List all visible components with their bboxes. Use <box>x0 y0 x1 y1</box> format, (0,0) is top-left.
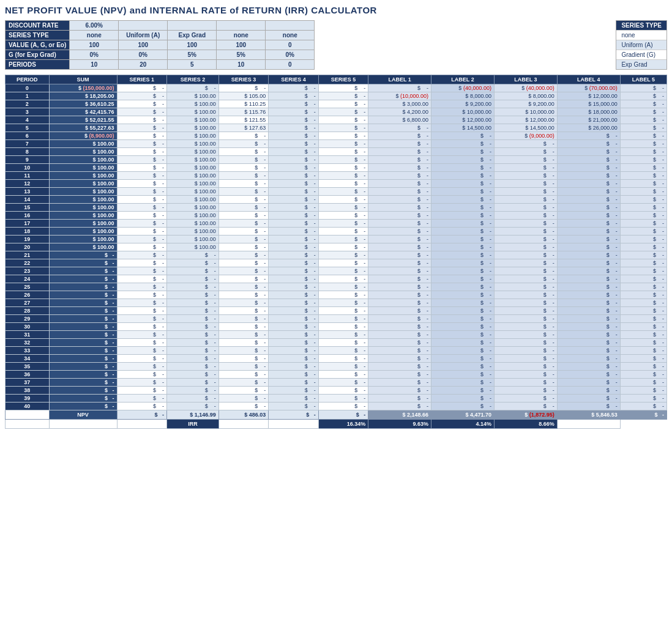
table-cell[interactable]: $ - <box>269 228 318 236</box>
table-cell[interactable]: $ - <box>218 387 268 395</box>
table-cell[interactable]: $ - <box>269 132 318 140</box>
table-cell[interactable]: $ 100.00 <box>167 124 219 132</box>
table-cell[interactable]: $ - <box>368 172 431 180</box>
table-cell[interactable]: $ - <box>620 331 666 339</box>
table-cell[interactable]: $ - <box>318 164 368 172</box>
table-cell[interactable]: $ - <box>494 180 557 188</box>
table-cell[interactable]: $ - <box>269 371 318 379</box>
table-cell[interactable]: $ - <box>117 283 166 291</box>
table-cell[interactable]: $ - <box>117 236 166 243</box>
table-cell[interactable]: $ - <box>218 172 268 180</box>
table-cell[interactable]: $ - <box>318 116 368 124</box>
table-cell[interactable]: $ 100.00 <box>167 172 219 180</box>
table-cell[interactable]: $ - <box>494 267 557 275</box>
table-cell[interactable]: $ - <box>269 347 318 355</box>
table-cell[interactable]: $ - <box>494 196 557 204</box>
table-cell[interactable]: $ - <box>368 188 431 196</box>
param-val-series2[interactable]: Exp Grad <box>168 31 217 40</box>
table-cell[interactable]: $ - <box>368 363 431 371</box>
sum-cell[interactable]: $ 100.00 <box>49 172 117 180</box>
param-val-discount[interactable]: 6.00% <box>70 21 119 31</box>
table-cell[interactable]: $ - <box>167 331 219 339</box>
table-cell[interactable]: $ - <box>269 156 318 164</box>
table-cell[interactable]: $ 9,200.00 <box>494 100 557 108</box>
table-cell[interactable]: $ - <box>117 140 166 148</box>
table-cell[interactable]: $ - <box>269 140 318 148</box>
npv-value-5[interactable]: $ 2,148.66 <box>368 410 431 420</box>
table-cell[interactable]: $ - <box>557 331 620 339</box>
table-cell[interactable]: $ - <box>218 243 268 251</box>
sum-cell[interactable]: $ 100.00 <box>49 188 117 196</box>
table-cell[interactable]: $ - <box>368 243 431 251</box>
table-cell[interactable]: $ - <box>368 180 431 188</box>
table-cell[interactable]: $ - <box>318 243 368 251</box>
table-cell[interactable]: $ - <box>368 84 431 92</box>
table-cell[interactable]: $ - <box>494 164 557 172</box>
table-cell[interactable]: $ - <box>117 379 166 387</box>
table-cell[interactable]: $ - <box>494 363 557 371</box>
table-cell[interactable]: $ - <box>218 339 268 347</box>
table-cell[interactable]: $ 100.00 <box>167 228 219 236</box>
table-cell[interactable]: $ 100.00 <box>167 140 219 148</box>
table-cell[interactable]: $ - <box>494 307 557 315</box>
sum-cell[interactable]: $ 100.00 <box>49 156 117 164</box>
table-cell[interactable]: $ - <box>431 251 495 259</box>
table-cell[interactable]: $ - <box>318 291 368 299</box>
table-cell[interactable]: $ - <box>620 363 666 371</box>
table-cell[interactable]: $ - <box>318 220 368 228</box>
table-cell[interactable]: $ - <box>620 124 666 132</box>
table-cell[interactable]: $ - <box>167 84 219 92</box>
table-cell[interactable]: $ - <box>620 403 666 410</box>
table-cell[interactable]: $ - <box>318 403 368 410</box>
table-cell[interactable]: $ - <box>557 315 620 323</box>
table-cell[interactable]: $ - <box>368 164 431 172</box>
table-cell[interactable]: $ - <box>218 315 268 323</box>
table-cell[interactable]: $ - <box>269 339 318 347</box>
table-cell[interactable]: $ 14,500.00 <box>431 124 495 132</box>
table-cell[interactable]: $ - <box>117 124 166 132</box>
sum-cell[interactable]: $ - <box>49 251 117 259</box>
table-cell[interactable]: $ 12,000.00 <box>494 116 557 124</box>
table-cell[interactable]: $ - <box>167 251 219 259</box>
table-cell[interactable]: $ - <box>620 339 666 347</box>
table-cell[interactable]: $ - <box>431 371 495 379</box>
table-cell[interactable]: $ - <box>218 132 268 140</box>
sum-cell[interactable]: $ - <box>49 371 117 379</box>
table-cell[interactable]: $ - <box>494 403 557 410</box>
param-val-p2[interactable]: 5 <box>168 60 217 70</box>
table-cell[interactable]: $ - <box>431 259 495 267</box>
table-cell[interactable]: $ - <box>218 371 268 379</box>
table-cell[interactable]: $ - <box>269 164 318 172</box>
table-cell[interactable]: $ 100.00 <box>167 132 219 140</box>
table-cell[interactable]: $ - <box>368 339 431 347</box>
table-cell[interactable]: $ - <box>167 371 219 379</box>
table-cell[interactable]: $ - <box>431 220 495 228</box>
table-cell[interactable]: $ 8,000.00 <box>494 92 557 100</box>
sum-cell[interactable]: $ 100.00 <box>49 212 117 220</box>
table-cell[interactable]: $ - <box>557 403 620 410</box>
table-cell[interactable]: $ - <box>557 164 620 172</box>
table-cell[interactable]: $ - <box>318 212 368 220</box>
table-cell[interactable]: $ - <box>557 132 620 140</box>
table-cell[interactable]: $ - <box>167 275 219 283</box>
table-cell[interactable]: $ - <box>167 291 219 299</box>
table-cell[interactable]: $ - <box>269 363 318 371</box>
table-cell[interactable]: $ - <box>218 84 268 92</box>
table-cell[interactable]: $ - <box>218 220 268 228</box>
table-cell[interactable]: $ - <box>494 379 557 387</box>
table-cell[interactable]: $ - <box>269 251 318 259</box>
sum-cell[interactable]: $ - <box>49 395 117 403</box>
table-cell[interactable]: $ - <box>117 339 166 347</box>
table-cell[interactable]: $ - <box>117 108 166 116</box>
table-cell[interactable]: $ - <box>117 172 166 180</box>
table-cell[interactable]: $ - <box>620 251 666 259</box>
table-cell[interactable]: $ - <box>318 100 368 108</box>
table-cell[interactable]: $ - <box>117 267 166 275</box>
npv-value-9[interactable]: $ - <box>620 410 666 420</box>
table-cell[interactable]: $ - <box>494 347 557 355</box>
param-val-g0[interactable]: 0% <box>70 50 119 60</box>
table-cell[interactable]: $ 15,000.00 <box>557 100 620 108</box>
table-cell[interactable]: $ - <box>167 323 219 331</box>
table-cell[interactable]: $ - <box>431 164 495 172</box>
sum-cell[interactable]: $ - <box>49 259 117 267</box>
